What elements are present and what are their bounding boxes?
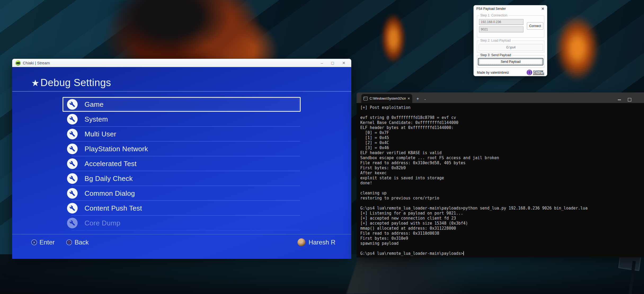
tab-dropdown-icon[interactable]: ⌄ [424,97,426,101]
menu-item-label: Accelerated Test [85,160,137,168]
terminal-line: restoring to previous core/rtprio [360,196,644,201]
user-name: Haresh R [309,239,335,246]
menu-item-label: Bg Daily Check [85,175,133,183]
wrench-icon [67,218,78,228]
terminal-line: [+] Post exploitation [360,105,644,110]
terminal-line: File read to address: 0x3110d0038 [360,231,644,236]
minimize-button[interactable]: – [321,61,323,65]
menu-item-content-push-test[interactable]: Content Push Test [63,201,301,216]
terminal-line: spawning payload [360,241,644,246]
menu-item-system[interactable]: System [63,112,301,127]
chiaki-app-icon [15,60,21,66]
terminal-line: [+] accepted new connection client fd 23 [360,216,644,221]
terminal-line: [+] accepted payload with size 15348 (0x… [360,221,644,226]
terminal-line [360,201,644,206]
wrench-icon [67,144,78,154]
payload-file-button[interactable]: G:\ps4 [479,44,543,51]
terminal-line: Sandbox escape complete ... root FS acce… [360,155,644,161]
debug-settings-menu: Game System Multi User PlayStation Netwo… [63,97,301,230]
menu-item-accelerated-test[interactable]: Accelerated Test [63,156,301,171]
menu-item-core-dump[interactable]: Core Dump [63,216,301,230]
menu-item-multi-user[interactable]: Multi User [63,127,301,141]
menu-item-bg-daily-check[interactable]: Bg Daily Check [63,171,301,186]
ip-address-field[interactable]: 192.168.0.236 [479,19,523,25]
payload-sender-footer: Made by valentinbreiz CUSTOM PROTOCOL [477,70,544,75]
controller-hint-bar: ✕ Enter Back Haresh R [31,237,335,248]
tab-close-icon[interactable]: ✕ [406,97,410,100]
maximize-button[interactable]: ▢ [331,61,334,65]
terminal-output[interactable]: [+] Post exploitationevf string @ 0xffff… [357,103,644,257]
cross-button-icon: ✕ [31,239,37,245]
menu-item-label: Multi User [85,130,116,138]
send-payload-group: Step 3: Send Payload Send Payload [477,55,544,68]
wrench-icon [67,188,78,199]
close-button[interactable]: ✕ [541,7,544,11]
terminal-line: [0] = 0x7F [360,130,644,135]
cmd-icon [363,97,368,100]
close-button[interactable]: ✕ [342,61,345,65]
terminal-line: After kexec [360,171,644,176]
terminal-cursor [463,251,464,255]
terminal-tab-title: C:\Windows\System32\cmd.e [370,97,406,100]
terminal-line: Kernel Base Candidate: 0xffffffffd114400… [360,120,644,125]
menu-item-common-dialog[interactable]: Common Dialog [63,186,301,201]
minimize-button[interactable] [618,100,621,100]
connect-button[interactable]: Connect [527,22,543,30]
terminal-window: C:\Windows\System32\cmd.e ✕ + ⌄ [+] Post… [357,92,644,257]
terminal-tab[interactable]: C:\Windows\System32\cmd.e ✕ [361,94,412,103]
terminal-line: G:\ps4 lua\remote_lua_loader-main\payloa… [360,206,644,211]
menu-item-label: Core Dump [85,219,121,227]
enter-hint: ✕ Enter [31,239,55,246]
connection-group: Step 1: Connection 192.168.0.236 9021 Co… [477,15,544,38]
terminal-line: exploit state is saved into storage [360,176,644,181]
terminal-line: mmap() allocated at address: 0x311228000 [360,226,644,231]
terminal-line: evf string @ 0xffffffffd18c8798 = evf cv [360,115,644,120]
menu-item-label: PlayStation Network [85,145,148,153]
terminal-line: G:\ps4 lua\remote_lua_loader-main\payloa… [360,251,644,256]
menu-item-label: Common Dialog [85,189,135,198]
back-hint: Back [66,239,88,246]
payload-sender-window: PS4 Payload Sender ✕ Step 1: Connection … [473,5,547,76]
payload-sender-titlebar[interactable]: PS4 Payload Sender ✕ [474,5,547,12]
ps4-debug-settings-screen: ★ Debug Settings Game System Multi User … [12,67,351,259]
wrench-icon [67,99,78,110]
circle-button-icon [66,239,72,245]
load-payload-group: Step 2: Load Payload G:\ps4 [477,41,544,53]
terminal-line: [1] = 0x45 [360,135,644,140]
terminal-line: [+] Listening for a payload on port 9021… [360,211,644,216]
bottombar-divider [12,234,351,234]
terminal-line [360,186,644,191]
menu-item-game[interactable]: Game [63,97,301,112]
wrench-icon [67,158,78,169]
terminal-line: ELF header bytes at 0xffffffffd1144000: [360,125,644,130]
terminal-line [360,110,644,115]
chiaki-titlebar[interactable]: Chiaki | Stream – ▢ ✕ [12,59,351,67]
terminal-line: cleaning up [360,191,644,196]
chiaki-window-title: Chiaki | Stream [23,61,50,65]
load-payload-group-legend: Step 2: Load Payload [479,39,512,42]
terminal-line: [3] = 0x46 [360,145,644,150]
terminal-tabbar[interactable]: C:\Windows\System32\cmd.e ✕ + ⌄ [357,92,644,103]
terminal-line: [2] = 0x4C [360,140,644,145]
new-tab-button[interactable]: + [416,96,419,101]
page-title: ★ Debug Settings [31,77,111,88]
port-field[interactable]: 9021 [479,26,523,32]
wrench-icon [67,203,78,213]
send-payload-button[interactable]: Send Payload [478,58,543,65]
header-divider [12,91,351,92]
menu-item-label: System [85,115,108,123]
terminal-line: First bytes: 0x82b9 [360,166,644,171]
chiaki-window: Chiaki | Stream – ▢ ✕ ★ Debug Settings G… [12,59,351,259]
wrench-icon [67,114,78,124]
avatar [297,238,305,246]
terminal-line: File read to address: 0x310ec9d58, 405 b… [360,161,644,166]
user-chip: Haresh R [297,238,335,246]
terminal-line: First bytes: 0x310e9 [360,236,644,241]
wrench-icon [67,173,78,184]
terminal-line [360,246,644,251]
payload-sender-title: PS4 Payload Sender [476,7,506,11]
terminal-line: done! [360,181,644,186]
maximize-button[interactable] [628,98,631,101]
menu-item-label: Content Push Test [85,204,142,212]
menu-item-playstation-network[interactable]: PlayStation Network [63,141,301,156]
